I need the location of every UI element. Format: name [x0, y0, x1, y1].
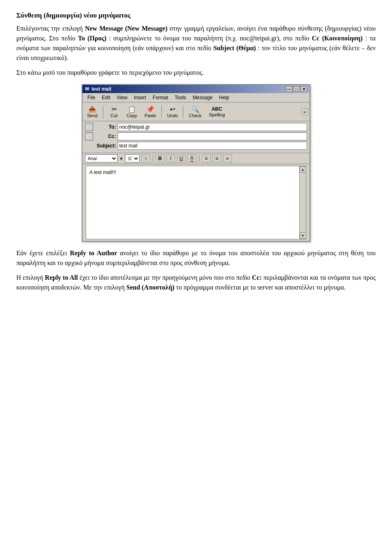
formatting-toolbar: Arial ▼ 10 ↕ B I U A ≡: [82, 153, 310, 164]
font-color-button[interactable]: A: [187, 154, 196, 163]
to-field-row: 📧 To:: [85, 123, 307, 131]
new-message-label: New Message (New Message): [85, 25, 167, 32]
section-heading: Σύνθεση (δημιουργία) νέου μηνύματος: [16, 11, 376, 20]
toolbar-check-label: Check: [189, 113, 201, 118]
cc-field-row: 📧 Cc:: [85, 132, 307, 140]
underline-button[interactable]: U: [177, 154, 186, 163]
fmt-separator-2: [199, 155, 199, 162]
toolbar-separator-1: [103, 105, 103, 118]
more-fmt-icon: »: [226, 156, 229, 161]
bold-button[interactable]: B: [156, 154, 165, 163]
cc-input[interactable]: [118, 132, 307, 140]
to-input[interactable]: [118, 123, 307, 131]
message-body-text: A test mail!!!: [89, 169, 116, 175]
cc-field-label: Cc (Κοινοποίηση): [312, 35, 363, 42]
italic-icon: I: [170, 156, 171, 161]
menu-message[interactable]: Message: [189, 94, 216, 101]
window-controls: — □ ✕: [286, 86, 307, 92]
font-size-select[interactable]: 10: [125, 154, 140, 163]
reply-to-all-label: Reply to All: [45, 274, 78, 281]
email-compose-window: ✉ test mail — □ ✕ File Edit View Insert …: [82, 84, 310, 242]
scroll-up-button[interactable]: ▲: [300, 166, 306, 173]
window-titlebar: ✉ test mail — □ ✕: [82, 85, 310, 93]
toolbar-check-button[interactable]: 🔍 Check: [186, 104, 204, 119]
paste-icon: 📌: [146, 105, 154, 113]
window-title-icon: ✉: [85, 86, 89, 92]
window-toolbar: 📤 Send ✂ Cut 📋 Copy 📌 Paste ↩ Undo: [82, 103, 310, 121]
window-menubar: File Edit View Insert Format Tools Messa…: [82, 93, 310, 103]
align-left-button[interactable]: ≡: [202, 154, 211, 163]
reply-author-paragraph: Εάν έχετε επιλέξει Reply to Author ανοίγ…: [16, 248, 376, 268]
menu-tools[interactable]: Tools: [172, 94, 189, 101]
send-inline-label: Send (Αποστολή): [126, 284, 174, 291]
copy-icon: 📋: [128, 105, 136, 113]
to-text: to: [251, 284, 256, 291]
more-fmt-button[interactable]: »: [223, 154, 232, 163]
menu-insert[interactable]: Insert: [131, 94, 149, 101]
font-select[interactable]: Arial: [85, 154, 118, 163]
close-button[interactable]: ✕: [301, 86, 307, 92]
to-label: To:: [95, 124, 116, 130]
send-icon: 📤: [88, 105, 96, 113]
bold-icon: B: [158, 156, 162, 161]
menu-view[interactable]: View: [114, 94, 131, 101]
to-field-label: Το (Προς): [78, 35, 107, 42]
scroll-down-button[interactable]: ▼: [300, 232, 306, 239]
subject-field-row: Subject:: [85, 142, 307, 150]
toolbar-spelling-button[interactable]: ABC Spelling: [206, 105, 228, 118]
scroll-track: [300, 173, 306, 232]
toolbar-separator-3: [183, 105, 183, 118]
toolbar-copy-label: Copy: [127, 113, 137, 118]
toolbar-copy-button[interactable]: 📋 Copy: [124, 104, 140, 119]
italic-button[interactable]: I: [166, 154, 175, 163]
heading-bold: Σύνθεση (δημιουργία) νέου μηνύματος: [16, 11, 131, 19]
window-title-area: ✉ test mail: [85, 86, 111, 92]
cc-inline-label: Cc:: [252, 274, 262, 281]
compose-fields: 📧 To: 📧 Cc: Subject:: [82, 121, 310, 153]
decrease-indent-button[interactable]: ↕: [141, 154, 150, 163]
toolbar-send-button[interactable]: 📤 Send: [84, 104, 100, 119]
decrease-indent-icon: ↕: [145, 156, 147, 161]
toolbar-cut-label: Cut: [110, 113, 117, 118]
message-body[interactable]: A test mail!!! ▲ ▼: [86, 166, 306, 239]
align-left-icon: ≡: [205, 156, 207, 161]
menu-file[interactable]: File: [84, 94, 98, 101]
subject-input[interactable]: [118, 142, 307, 150]
menu-format[interactable]: Format: [149, 94, 172, 101]
font-color-icon: A: [190, 155, 194, 162]
dropdown-arrow-icon: ▼: [119, 156, 123, 161]
cc-field-icon: 📧: [85, 132, 93, 140]
underline-icon: U: [180, 156, 183, 161]
to-field-icon: 📧: [85, 123, 93, 131]
reply-all-paragraph: Η επιλογή Reply to All έχει το ίδιο αποτ…: [16, 273, 376, 292]
toolbar-undo-button[interactable]: ↩ Undo: [164, 104, 180, 119]
minimize-button[interactable]: —: [286, 86, 292, 92]
intro-paragraph: Επιλέγοντας την επιλογή New Message (New…: [16, 24, 376, 63]
toolbar-paste-button[interactable]: 📌 Paste: [142, 104, 159, 119]
check-icon: 🔍: [191, 105, 199, 113]
toolbar-separator-2: [161, 105, 162, 118]
align-right-icon: ≡: [215, 156, 218, 161]
cc-label: Cc:: [95, 134, 116, 139]
fmt-separator-1: [153, 155, 153, 162]
toolbar-cut-button[interactable]: ✂ Cut: [106, 104, 122, 119]
menu-help[interactable]: Help: [216, 94, 233, 101]
window-title-text: test mail: [91, 86, 111, 92]
align-right-button[interactable]: ≡: [212, 154, 221, 163]
subject-field-label: Subject (Θέμα): [213, 45, 256, 51]
spelling-icon: ABC: [212, 106, 222, 112]
undo-icon: ↩: [170, 105, 175, 113]
toolbar-undo-label: Undo: [167, 113, 178, 118]
toolbar-send-label: Send: [87, 113, 98, 118]
toolbar-more-button[interactable]: »: [301, 108, 308, 116]
toolbar-paste-label: Paste: [145, 113, 156, 118]
vertical-scrollbar[interactable]: ▲ ▼: [299, 166, 306, 239]
maximize-button[interactable]: □: [293, 86, 300, 92]
body-paragraph: Στο κάτω μισό του παραθύρου γράφετε το π…: [16, 68, 376, 78]
menu-edit[interactable]: Edit: [98, 94, 114, 101]
page-content: Σύνθεση (δημιουργία) νέου μηνύματος Επιλ…: [16, 11, 376, 292]
subject-label: Subject:: [95, 143, 116, 149]
cut-icon: ✂: [111, 105, 117, 113]
toolbar-spelling-label: Spelling: [209, 112, 225, 117]
reply-to-author-label: Reply to Author: [70, 250, 117, 256]
